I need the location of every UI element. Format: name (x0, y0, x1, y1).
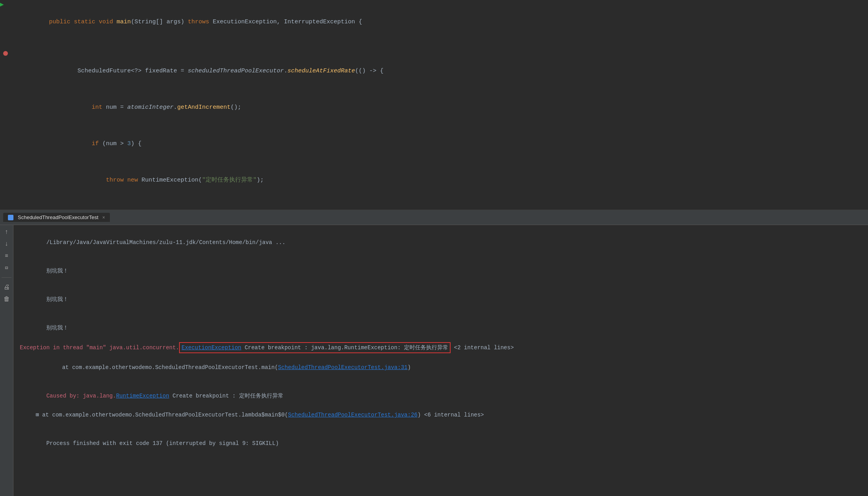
console-left-buttons: ↑ ↓ ≡ ⊟ 🖨 🗑 (0, 225, 13, 496)
line-content-sf: ScheduledFuture<?> fixedRate = scheduled… (24, 53, 868, 89)
run-arrow: ▶ (0, 0, 4, 8)
console-path-line: /Library/Java/JavaVirtualMachines/zulu-1… (20, 228, 862, 257)
code-line-if: if (num > 3) { (0, 126, 868, 162)
caused-bp[interactable]: Create breakpoint (169, 393, 232, 399)
console-body: ↑ ↓ ≡ ⊟ 🖨 🗑 /Library/Java/JavaVirtualMac… (0, 225, 868, 496)
console-process-line: Process finished with exit code 137 (int… (20, 429, 862, 458)
line-content-blank-1 (24, 41, 868, 53)
console-tab-active[interactable]: ScheduledThreadPoolExecutorTest × (3, 213, 110, 222)
code-line-close-if: } (0, 199, 868, 210)
execution-exception-link[interactable]: ExecutionException (181, 345, 241, 351)
at2-end: ) (417, 410, 421, 420)
tab-icon (8, 215, 13, 220)
console-caused-line: Caused by: java.lang.RuntimeException Cr… (20, 382, 862, 410)
delete-button[interactable]: 🗑 (3, 295, 11, 303)
at2-prefix: at com.example.othertwodemo.ScheduledThr… (42, 410, 288, 420)
code-line-intnum: int num = atomicInteger.getAndIncrement(… (0, 89, 868, 126)
code-line-throw: throw new RuntimeException("定时任务执行异常"); (0, 162, 868, 199)
console-path-text: /Library/Java/JavaVirtualMachines/zulu-1… (46, 239, 285, 246)
divider-1 (2, 277, 11, 278)
console-output-line-1: 别坑我！ (20, 257, 862, 285)
console-exception-line: Exception in thread "main" java.util.con… (20, 342, 862, 353)
code-line-blank-1 (0, 40, 868, 53)
internal-lines-2: <6 internal lines> (421, 410, 484, 420)
create-bp-text[interactable]: Create breakpoint (242, 345, 305, 351)
code-line-scheduledfuture: ScheduledFuture<?> fixedRate = scheduled… (0, 53, 868, 89)
stack-link-1[interactable]: ScheduledThreadPoolExecutorTest.java:31 (278, 364, 408, 371)
console-tabs: ScheduledThreadPoolExecutorTest × (0, 210, 868, 225)
console-output-line-3: 别坑我！ (20, 314, 862, 342)
expand-icon: ⊞ (20, 410, 42, 420)
stack-link-2[interactable]: ScheduledThreadPoolExecutorTest.java:26 (288, 410, 418, 420)
caused-rest: : 定时任务执行异常 (232, 393, 283, 399)
line-content-if: if (num > 3) { (24, 126, 868, 162)
at-end: ) (408, 364, 411, 371)
console-at-lambda-line: ⊞ at com.example.othertwodemo.ScheduledT… (20, 410, 862, 420)
scroll-up-button[interactable]: ↑ (3, 228, 11, 236)
console-output: /Library/Java/JavaVirtualMachines/zulu-1… (13, 225, 868, 496)
output-text-2: 别坑我！ (46, 296, 68, 303)
scroll-down-button[interactable]: ↓ (3, 240, 11, 248)
breakpoint-dot-sf (3, 51, 8, 56)
exception-colon: : java.lang.RuntimeException: 定时任务执行异常 (304, 345, 448, 351)
at-prefix: at com.example.othertwodemo.ScheduledThr… (62, 364, 278, 371)
internal-lines-1: <2 internal lines> (451, 343, 514, 352)
tab-label: ScheduledThreadPoolExecutorTest (18, 214, 98, 220)
line-content-intnum: int num = atomicInteger.getAndIncrement(… (24, 90, 868, 125)
exception-red-box: ExecutionException Create breakpoint : j… (179, 342, 451, 353)
output-text-1: 别坑我！ (46, 268, 68, 274)
console-panel: ScheduledThreadPoolExecutorTest × ↑ ↓ ≡ … (0, 210, 868, 496)
exception-prefix: Exception in thread "main" java.util.con… (20, 343, 179, 352)
console-at-line: at com.example.othertwodemo.ScheduledThr… (20, 353, 862, 382)
output-text-3: 别坑我！ (46, 325, 68, 331)
code-line-1: ▶ public static void main(String[] args)… (0, 4, 868, 40)
caused-prefix: Caused by: java.lang. (46, 393, 116, 399)
line-content-1: public static void main(String[] args) t… (24, 4, 868, 40)
line-content-close-if: } (24, 199, 868, 210)
tab-close-button[interactable]: × (102, 215, 105, 220)
console-output-line-2: 别坑我！ (20, 285, 862, 314)
line-content-throw: throw new RuntimeException("定时任务执行异常"); (24, 163, 868, 198)
caused-link[interactable]: RuntimeException (116, 393, 169, 399)
print-button[interactable]: 🖨 (3, 283, 11, 291)
filter-button[interactable]: ⊟ (3, 264, 11, 272)
code-editor: ▶ public static void main(String[] args)… (0, 0, 868, 210)
wrap-button[interactable]: ≡ (3, 252, 11, 260)
console-blank (20, 420, 862, 429)
process-text: Process finished with exit code 137 (int… (46, 440, 279, 447)
